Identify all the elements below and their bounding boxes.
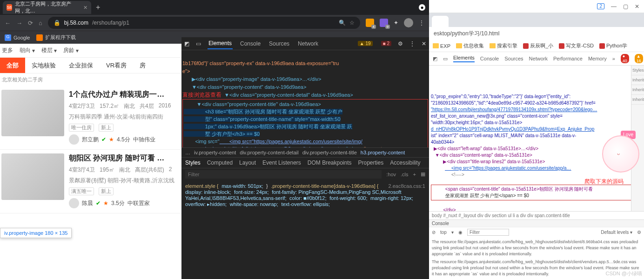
filter-floor[interactable]: 楼层 ▾ (41, 46, 57, 54)
console-filter-input[interactable] (467, 229, 509, 236)
hov-toggle[interactable]: :hov (386, 172, 396, 177)
close-icon[interactable]: ✕ (422, 40, 426, 47)
listing-community: 万科翡翠四季 通州-次渠-站前街南四街 (69, 113, 181, 121)
filter-more[interactable]: 更多 (2, 46, 13, 54)
inspect-icon[interactable]: ◩ (433, 56, 437, 62)
bookmark-link[interactable]: 辰辰啊_小 (523, 42, 553, 49)
devtools-panel-left: ◩ ▭ Elements Console Sources Network ▲ 1… (181, 37, 429, 279)
puzzle-icon[interactable]: ✦ (394, 20, 398, 26)
tab-properties[interactable]: Properties (358, 159, 384, 166)
add-rule-icon[interactable]: + (413, 172, 416, 177)
reload-icon[interactable]: ⟳ (28, 20, 33, 27)
category-verify[interactable]: 实地核验 (25, 58, 62, 73)
css-rules[interactable]: element.style { max-width: 501px; } .pro… (181, 180, 429, 279)
tab-a11y[interactable]: Accessibility (390, 159, 420, 166)
menu-icon[interactable]: ⋮ (409, 40, 415, 47)
dom-tree[interactable]: 1b176f0d"}' class="property-ex" data-v-1… (181, 50, 429, 147)
tab-console[interactable]: Console (480, 56, 499, 61)
devtools-tabs: ◩ ▭ Elements Console Sources Network ▲ 1… (181, 37, 429, 50)
tab-listeners[interactable]: Event Listeners (262, 159, 301, 166)
category-vr[interactable]: VR看房 (100, 58, 133, 73)
cls-toggle[interactable]: .cls (401, 172, 409, 177)
tab-network[interactable]: Network (297, 39, 319, 49)
forward-icon[interactable]: → (16, 20, 22, 27)
styles-tabs: Styles Computed Layout Event Listeners D… (181, 157, 429, 168)
extension-icon[interactable] (380, 19, 388, 27)
url-host: bj.58.com (64, 20, 88, 26)
tab-elements[interactable]: Elements (453, 55, 475, 62)
bookmark-folder[interactable]: 信息收集 (456, 42, 484, 49)
back-icon[interactable]: ← (5, 20, 11, 27)
tab-perf[interactable]: Performance (553, 56, 583, 61)
tab-breakpoints[interactable]: DOM Breakpoints (308, 159, 352, 166)
maximize-icon[interactable]: ▢ (623, 3, 628, 10)
tab-count-badge[interactable]: 2 (597, 3, 604, 9)
category-more[interactable]: 房 (133, 58, 152, 73)
home-icon[interactable]: ⌂ (39, 20, 42, 27)
bookmark-folder[interactable]: EXP (433, 43, 450, 49)
menu-icon[interactable]: ⋮ (419, 20, 424, 26)
tab-computed[interactable]: Computed (207, 159, 233, 166)
tab-memory[interactable]: Memory (588, 56, 607, 61)
listing-meta: 4室3厅4卫195㎡南北高层(共6层)2 (69, 166, 181, 174)
error-count[interactable]: ■ 2 (381, 41, 391, 46)
dom-breadcrumb[interactable]: … iv.property-content div.property-conte… (181, 147, 429, 157)
bookmark-item[interactable]: 扩展程序下载 (36, 34, 76, 41)
clear-icon[interactable]: ⊘ (432, 230, 436, 235)
more-icon[interactable]: ▦ (421, 171, 425, 177)
eye-icon[interactable]: ◉ (458, 230, 463, 235)
device-icon[interactable]: ▭ (443, 56, 448, 62)
context-select[interactable]: top (440, 230, 447, 235)
close-icon[interactable]: ✕ (83, 5, 87, 11)
tab-console[interactable]: Console (239, 39, 262, 49)
device-icon[interactable]: ▭ (196, 40, 201, 47)
favicon-icon: 58 (7, 4, 12, 11)
inspect-icon[interactable]: ◩ (184, 40, 189, 47)
styles-filter-input[interactable] (185, 170, 382, 179)
listing-title: 1个点代办过户 精装现房一… (69, 90, 181, 100)
warning-count[interactable]: ▲ 16 (635, 54, 643, 63)
star-icon[interactable]: ☆ (349, 20, 355, 26)
omnibar: ← → ⟳ ⌂ 🔒 bj.58.com/ershoufang/p1 🔍 ☆ ✦ … (0, 15, 429, 31)
filter-orientation[interactable]: 朝向 ▾ (20, 46, 35, 54)
highlight-box: <span class="content-title" data-v-15a51… (431, 185, 642, 200)
extension-icon[interactable] (366, 19, 374, 27)
profile-avatar[interactable] (404, 18, 413, 27)
tab-styles[interactable]: Styles (185, 159, 201, 166)
bookmark-item[interactable]: GGoogle (5, 34, 30, 41)
chrome-window-left: 58 北京二手房网，北京房产网，北… ✕ + ● ← → ⟳ ⌂ 🔒 bj.58… (0, 0, 429, 279)
window-controls: 2 — ▢ ✕ (429, 0, 644, 13)
dom-breadcrumb[interactable]: body #_nuxt #_layout div div section ul … (429, 211, 644, 219)
browser-tab[interactable]: 58 北京二手房网，北京房产网，北… ✕ (3, 1, 91, 14)
address-bar[interactable]: 🔒 bj.58.com/ershoufang/p1 🔍 ☆ (48, 17, 360, 29)
bookmark-bar: EXP 信息收集 搜索引擎 辰辰啊_小 写文章-CSD Python学 (429, 40, 644, 52)
error-count[interactable]: ● 40 (621, 54, 629, 63)
tab-network[interactable]: Network (529, 56, 548, 61)
levels-select[interactable]: Default levels ▾ (601, 230, 632, 235)
listing-item[interactable]: 1个点代办过户 精装现房一… 4室2厅3卫157.2㎡南北共4层2016 万科翡… (0, 86, 181, 150)
category-all[interactable]: 全部 (0, 58, 25, 73)
tab-layout[interactable]: Layout (239, 159, 256, 166)
warning-count[interactable]: ▲ 19 (358, 41, 373, 46)
tab-sources[interactable]: Sources (268, 39, 290, 49)
listing-community: 景粼原著(别墅) 朝阳-孙河-顺黄路,沂京沈线 (69, 177, 181, 185)
filter-age[interactable]: 房龄 ▾ (63, 46, 79, 54)
gear-icon[interactable]: ⚙ (637, 230, 641, 235)
browser-tab[interactable] (432, 16, 449, 27)
search-icon[interactable]: 🔍 (339, 20, 346, 26)
bookmark-folder[interactable]: 搜索引擎 (490, 42, 517, 49)
tab-elements[interactable]: Elements (208, 38, 233, 49)
bookmark-link[interactable]: 写文章-CSD (559, 42, 594, 49)
listing-item[interactable]: 朝阳区 孙河现房 随时可看 … 4室3厅4卫195㎡南北高层(共6层)2 景粼原… (0, 150, 181, 213)
address-bar[interactable]: esktop/python学习/10.html (429, 27, 644, 40)
new-tab-button[interactable]: + (96, 3, 100, 12)
more-tabs-icon[interactable]: » (612, 56, 615, 61)
category-guarantee[interactable]: 企业担保 (62, 58, 100, 73)
close-icon[interactable]: ✕ (635, 3, 639, 10)
bookmark-link[interactable]: Python学 (599, 42, 627, 49)
minimize-icon[interactable]: — (611, 3, 617, 10)
tag: 唯一住房 (69, 124, 94, 132)
gear-icon[interactable]: ⚙ (398, 40, 403, 47)
dom-tree[interactable]: StylesInheritInheritInherit Love 0,"prop… (429, 66, 644, 211)
tab-sources[interactable]: Sources (504, 56, 523, 61)
